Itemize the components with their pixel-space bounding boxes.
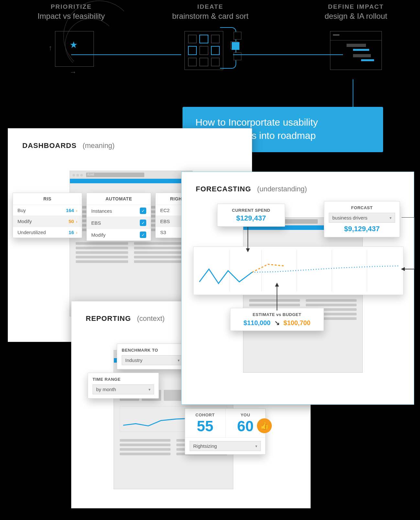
- roadmap-icon: [327, 28, 385, 73]
- select-value: Industry: [125, 357, 142, 363]
- cohort-value: 55: [185, 417, 225, 435]
- chevron-right-icon: ›: [76, 230, 77, 235]
- row-label: Modify: [91, 232, 105, 238]
- panel-subtitle: (context): [137, 314, 165, 322]
- ris-card: RIs Buy 164› Modify 50› Underutilized 16…: [13, 193, 82, 238]
- ris-row-modify[interactable]: Modify 50›: [13, 216, 82, 227]
- benchmark-card: BENCHMARK TO Industry ▾: [117, 344, 188, 369]
- step-define-impact: DEFINE IMPACT design & IA rollout: [301, 3, 411, 73]
- panel-subtitle: (meaning): [83, 141, 115, 150]
- arrow-up-icon: [272, 282, 282, 311]
- checkbox-checked-icon[interactable]: ✓: [140, 232, 146, 238]
- thumbs-up-icon: 👍: [257, 418, 272, 433]
- forecasting-panel: FORECASTING (understanding) CURRENT SPEN…: [181, 172, 414, 405]
- automate-card: AUTOMATE Instances ✓ EBS ✓ Modify ✓: [86, 193, 151, 241]
- y-axis-arrow-icon: →: [46, 45, 54, 52]
- url-text: /cost: [87, 173, 94, 176]
- chevron-down-icon: ▾: [149, 387, 150, 392]
- forecast-value: $9,129,437: [329, 225, 395, 233]
- benchmark-select[interactable]: Industry ▾: [122, 355, 183, 365]
- connector-drop-line: [353, 79, 353, 108]
- step-prioritize: PRIORITIZE Impact vs feasibility ★ → →: [16, 3, 126, 73]
- row-label: Instances: [91, 208, 112, 214]
- row-label: S3: [160, 230, 166, 235]
- row-value: 164: [66, 208, 74, 213]
- chevron-down-icon: ▾: [255, 444, 257, 448]
- ris-row-underutilized[interactable]: Underutilized 16›: [13, 227, 82, 238]
- step-title: DEFINE IMPACT: [301, 3, 411, 10]
- x-axis-arrow-icon: →: [70, 68, 77, 76]
- panel-subtitle: (understanding): [257, 185, 307, 193]
- checkbox-checked-icon[interactable]: ✓: [140, 208, 146, 214]
- connector-line: [71, 54, 181, 55]
- timerange-card: TIME RANGE by month ▾: [88, 373, 159, 399]
- step-title: IDEATE: [155, 3, 265, 10]
- row-value: 50: [69, 219, 74, 224]
- forecast-card: FORCAST business drivers ▾ $9,129,437: [324, 201, 400, 237]
- panel-title: DASHBOARDS: [22, 141, 77, 150]
- select-value: Rightsizing: [193, 443, 217, 449]
- automate-row-ebs[interactable]: EBS ✓: [87, 217, 151, 229]
- timerange-select[interactable]: by month ▾: [93, 384, 154, 394]
- automate-row-modify[interactable]: Modify ✓: [87, 229, 151, 241]
- timerange-label: TIME RANGE: [93, 377, 154, 382]
- benchmark-label: BENCHMARK TO: [122, 348, 183, 353]
- ris-row-buy[interactable]: Buy 164›: [13, 205, 82, 216]
- arrow-down-icon: [243, 227, 253, 253]
- forecast-driver-select[interactable]: business drivers ▾: [329, 213, 395, 223]
- process-row: PRIORITIZE Impact vs feasibility ★ → → I…: [0, 0, 420, 91]
- chevron-right-icon: ›: [76, 219, 77, 224]
- svg-marker-9: [275, 283, 279, 287]
- cohort-card: COHORT 55 YOU 60 👍 Rightsizing ▾: [185, 408, 266, 455]
- forecast-arrow-icon: [398, 217, 418, 276]
- step-subtitle: brainstorm & card sort: [155, 12, 265, 21]
- cohort-label: COHORT: [185, 413, 225, 417]
- sticky-stack-icon: [230, 41, 242, 53]
- row-label: Underutilized: [17, 230, 46, 235]
- step-subtitle: design & IA rollout: [301, 12, 411, 21]
- current-spend-value: $129,437: [217, 214, 285, 222]
- you-label: YOU: [226, 413, 266, 417]
- current-spend-label: CURRENT SPEND: [217, 208, 285, 213]
- current-spend-card: CURRENT SPEND $129,437: [217, 204, 285, 227]
- svg-marker-6: [246, 248, 250, 252]
- budget-value: $100,700: [283, 319, 310, 326]
- chevron-down-icon: ▾: [390, 216, 392, 220]
- card-sort-icon: [181, 28, 239, 73]
- chevron-right-icon: ›: [76, 208, 77, 213]
- select-value: by month: [96, 387, 116, 392]
- connector-line: [233, 54, 343, 55]
- panel-title: REPORTING: [86, 314, 131, 322]
- estimate-card: ESTIMATE vs BUDGET $110,000 ↘ $100,700: [230, 308, 324, 331]
- trend-down-icon: ↘: [274, 319, 280, 326]
- step-ideate: IDEATE brainstorm & card sort: [155, 3, 265, 73]
- estimate-value: $110,000: [244, 319, 271, 326]
- row-label: Buy: [17, 208, 26, 213]
- cohort-metric-select[interactable]: Rightsizing ▾: [190, 441, 261, 451]
- forecast-label: FORCAST: [329, 205, 395, 210]
- checkbox-checked-icon[interactable]: ✓: [140, 220, 146, 226]
- svg-marker-7: [401, 267, 405, 271]
- star-icon: ★: [70, 40, 78, 50]
- row-label: Modify: [17, 219, 32, 224]
- prioritize-chart-icon: ★ → →: [42, 28, 100, 73]
- row-value: 16: [69, 230, 74, 235]
- forecast-chart: [193, 246, 403, 295]
- row-label: EC2: [160, 208, 170, 213]
- card-title: RIs: [13, 193, 82, 205]
- row-label: EBS: [160, 219, 170, 224]
- row-label: EBS: [91, 220, 101, 226]
- chevron-down-icon: ▾: [178, 358, 180, 363]
- estimate-label: ESTIMATE vs BUDGET: [234, 312, 320, 317]
- automate-row-instances[interactable]: Instances ✓: [87, 205, 151, 217]
- select-value: business drivers: [332, 215, 367, 220]
- panel-title: FORECASTING: [196, 185, 251, 193]
- card-title: AUTOMATE: [87, 193, 151, 205]
